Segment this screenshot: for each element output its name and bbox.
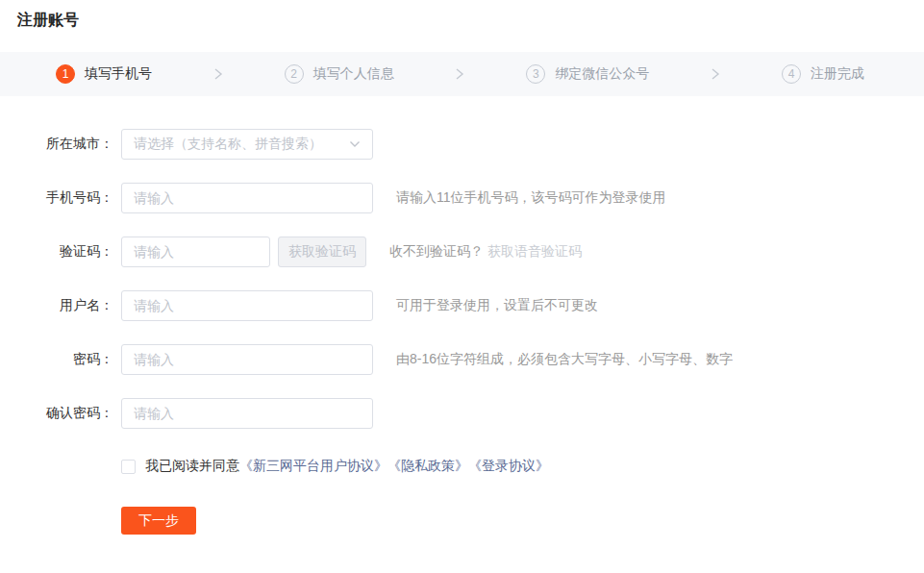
agreement-row: 我已阅读并同意 《新三网平台用户协议》 《隐私政策》 《登录协议》 [121,458,924,475]
verification-code-label: 验证码： [0,243,113,261]
city-select-placeholder: 请选择（支持名称、拼音搜索） [134,136,322,153]
username-row: 用户名： 可用于登录使用，设置后不可更改 [0,290,924,321]
step-2-number-badge: 2 [285,64,304,84]
step-2-personal-info: 2 填写个人信息 [285,64,394,84]
password-input[interactable] [121,344,373,375]
chevron-down-icon [349,140,361,148]
code-not-received-hint: 收不到验证码？ [389,243,484,261]
agreement-checkbox[interactable] [121,460,136,474]
get-code-button[interactable]: 获取验证码 [278,237,366,267]
username-label: 用户名： [0,297,113,314]
confirm-password-row: 确认密码： [0,398,924,429]
step-1-number-badge: 1 [56,64,75,84]
chevron-right-icon [212,67,224,81]
phone-hint: 请输入11位手机号码，该号码可作为登录使用 [396,189,666,207]
city-label: 所在城市： [0,136,113,153]
password-hint: 由8-16位字符组成，必须包含大写字母、小写字母、数字 [396,351,733,368]
next-step-button[interactable]: 下一步 [121,507,196,535]
confirm-password-input[interactable] [121,398,373,429]
city-select[interactable]: 请选择（支持名称、拼音搜索） [121,129,373,160]
step-1-label: 填写手机号 [85,65,152,83]
verification-code-row: 验证码： 获取验证码 收不到验证码？ 获取语音验证码 [0,237,924,267]
page-title: 注册账号 [0,0,924,29]
username-input[interactable] [121,290,373,321]
agreement-text: 我已阅读并同意 [145,458,239,475]
step-4-number-badge: 4 [782,64,801,84]
username-hint: 可用于登录使用，设置后不可更改 [396,297,598,314]
registration-form: 所在城市： 请选择（支持名称、拼音搜索） 手机号码： 请输入11位手机号码，该号… [0,129,924,535]
phone-input[interactable] [121,183,373,213]
step-3-number-badge: 3 [526,64,545,84]
verification-code-input[interactable] [121,237,270,267]
chevron-right-icon [454,67,465,81]
chevron-right-icon [710,67,721,81]
step-3-bind-wechat: 3 绑定微信公众号 [526,64,649,84]
submit-row: 下一步 [121,507,924,535]
password-row: 密码： 由8-16位字符组成，必须包含大写字母、小写字母、数字 [0,344,924,375]
user-agreement-link[interactable]: 《新三网平台用户协议》 [239,458,387,475]
phone-label: 手机号码： [0,189,113,207]
city-row: 所在城市： 请选择（支持名称、拼音搜索） [0,129,924,160]
confirm-password-label: 确认密码： [0,405,113,422]
phone-row: 手机号码： 请输入11位手机号码，该号码可作为登录使用 [0,183,924,213]
password-label: 密码： [0,351,113,368]
step-4-complete: 4 注册完成 [782,64,864,84]
steps-bar: 1 填写手机号 2 填写个人信息 3 绑定微信公众号 4 注册完成 [0,52,924,96]
voice-code-link[interactable]: 获取语音验证码 [487,243,582,261]
step-3-label: 绑定微信公众号 [555,65,649,83]
login-agreement-link[interactable]: 《登录协议》 [468,458,549,475]
step-4-label: 注册完成 [811,65,864,83]
privacy-policy-link[interactable]: 《隐私政策》 [387,458,468,475]
step-1-phone: 1 填写手机号 [56,64,152,84]
step-2-label: 填写个人信息 [313,65,394,83]
